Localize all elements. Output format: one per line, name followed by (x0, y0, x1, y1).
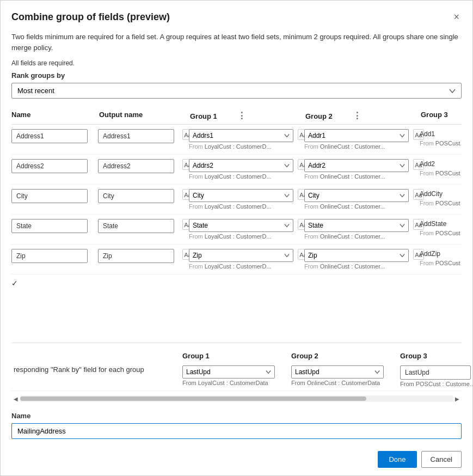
row0-group1-select[interactable]: Addrs1 (189, 129, 293, 142)
row4-name-cell (11, 249, 96, 263)
col-group3: Group 3 (417, 111, 462, 121)
row1-group1-select[interactable]: Addrs2 (189, 159, 293, 172)
row0-group3-val: Add1 (420, 130, 462, 138)
row4-group3-from: From POSCust : Custo (420, 260, 462, 266)
row1-icon1: Aa (180, 159, 187, 170)
row4-output-cell (96, 249, 180, 263)
scrollbar-thumb[interactable] (20, 396, 366, 401)
row2-output-cell (96, 189, 180, 203)
row3-name-cell (11, 219, 96, 233)
row3-group2-from: From OnlineCust : Customer... (304, 233, 402, 240)
row0-name-cell (11, 129, 96, 143)
checkmark-icon: ✓ (11, 279, 18, 288)
row3-group1-select[interactable]: State (189, 219, 293, 232)
table-row: Aa State From LoyalCust : CustomerD... (11, 215, 462, 245)
row2-group3-from: From POSCust : Custo (420, 200, 462, 206)
row1-icon3: Aa (411, 159, 417, 170)
fields-table: Name Output name Group 1 ⋮ Group 2 ⋮ Gro… (11, 107, 462, 337)
row3-icon1: Aa (180, 219, 187, 230)
scroll-left-button[interactable]: ◀ (11, 395, 20, 402)
row2-group1-cell: City From LoyalCust : CustomerD... (187, 189, 296, 210)
row1-icon2: Aa (296, 159, 302, 170)
col-icon-spacer (180, 111, 187, 121)
row2-group2-select[interactable]: City (304, 189, 409, 202)
table-row: Aa Addrs1 From LoyalCust : CustomerD... (11, 125, 462, 155)
name-field-label: Name (11, 412, 462, 420)
row3-group3-val: AddState (420, 220, 462, 228)
row4-group2-from: From OnlineCust : Customer... (304, 263, 402, 270)
row4-group1-select[interactable]: Zip (189, 249, 293, 262)
table-row: Aa Zip From LoyalCust : CustomerD... (11, 245, 462, 274)
cancel-button[interactable]: Cancel (421, 451, 462, 468)
col-output-name: Output name (96, 111, 180, 121)
row1-output-input[interactable] (98, 159, 174, 173)
row2-icon3: Aa (411, 189, 417, 200)
done-button[interactable]: Done (378, 451, 416, 468)
row2-group2-from: From OnlineCust : Customer... (304, 203, 402, 210)
bottom-description: responding "Rank by" field for each grou… (14, 365, 144, 374)
row3-icon3: Aa (411, 219, 417, 230)
row2-group2-cell: City From OnlineCust : Customer... (302, 189, 411, 210)
row0-group1-cell: Addrs1 From LoyalCust : CustomerD... (187, 129, 296, 150)
bottom-group1-from: From LoyalCust : CustomerData (182, 380, 280, 386)
bottom-rank-section: Group 1 Group 2 Group 3 responding "Rank… (11, 343, 462, 391)
row3-name-input[interactable] (11, 219, 88, 233)
group2-more-icon[interactable]: ⋮ (351, 110, 364, 121)
row3-group2-select[interactable]: State (304, 219, 409, 232)
table-row: Aa Addrs2 From LoyalCust : CustomerD... (11, 155, 462, 185)
row2-icon2: Aa (296, 189, 302, 200)
row3-group3-cell: AddState From POSCust : Custo (417, 219, 462, 236)
bottom-group2-select[interactable]: LastUpd (291, 365, 384, 379)
bottom-group3-from: From POSCust : CustomerDat... (400, 381, 473, 387)
dialog-header: Combine group of fields (preview) × (1, 1, 472, 32)
row2-name-input[interactable] (11, 189, 88, 203)
dialog-title: Combine group of fields (preview) (11, 11, 170, 23)
row1-group3-val: Add2 (420, 160, 462, 168)
row4-group3-cell: AddZip From POSCust : Custo (417, 249, 462, 266)
group1-more-icon[interactable]: ⋮ (235, 110, 248, 121)
row4-icon1: Aa (180, 249, 187, 260)
bottom-group2-from: From OnlineCust : CustomerData (291, 380, 389, 386)
close-button[interactable]: × (451, 9, 462, 25)
row2-group1-from: From LoyalCust : CustomerD... (189, 203, 287, 210)
row4-name-input[interactable] (11, 249, 88, 263)
rank-select[interactable]: Most recent (11, 83, 462, 99)
bottom-group1-select[interactable]: LastUpd (182, 365, 275, 379)
row2-output-input[interactable] (98, 189, 174, 203)
row2-group3-cell: AddCity From POSCust : Custo (417, 189, 462, 206)
row4-group1-cell: Zip From LoyalCust : CustomerD... (187, 249, 296, 270)
name-field-input[interactable] (11, 423, 462, 439)
row2-group1-select[interactable]: City (189, 189, 293, 202)
row0-group3-cell: Add1 From POSCust : Custo (417, 129, 462, 147)
row3-group3-from: From POSCust : Custo (420, 230, 462, 236)
row0-name-input[interactable] (11, 129, 88, 143)
row4-group2-cell: Zip From OnlineCust : Customer... (302, 249, 411, 270)
table-rows: Aa Addrs1 From LoyalCust : CustomerD... (11, 125, 462, 274)
row3-icon2: Aa (296, 219, 302, 230)
row0-group3-from: From POSCust : Custo (420, 140, 462, 147)
row0-group1-from: From LoyalCust : CustomerD... (189, 143, 287, 150)
row3-group1-from: From LoyalCust : CustomerD... (189, 233, 287, 240)
row1-group3-cell: Add2 From POSCust : Custo (417, 159, 462, 176)
row2-name-cell (11, 189, 96, 203)
col-group2: Group 2 ⋮ (302, 111, 411, 121)
row4-output-input[interactable] (98, 249, 174, 263)
row4-group3-val: AddZip (420, 250, 462, 258)
bottom-group3-input[interactable] (400, 365, 471, 380)
row0-group2-select[interactable]: Addr1 (304, 129, 409, 142)
combine-group-dialog: Combine group of fields (preview) × Two … (0, 0, 473, 476)
row0-group2-from: From OnlineCust : Customer... (304, 143, 402, 150)
row0-output-input[interactable] (98, 129, 174, 143)
row1-group2-select[interactable]: Addr2 (304, 159, 409, 172)
dialog-body: Two fields minimum are required for a fi… (1, 32, 472, 439)
name-section: Name (11, 412, 462, 439)
row1-output-cell (96, 159, 180, 173)
row4-group1-from: From LoyalCust : CustomerD... (189, 263, 287, 270)
rank-label: Rank groups by (11, 71, 462, 80)
scrollbar-track[interactable] (20, 395, 453, 402)
row1-group2-cell: Addr2 From OnlineCust : Customer... (302, 159, 411, 180)
row1-name-input[interactable] (11, 159, 88, 173)
scroll-right-button[interactable]: ▶ (453, 395, 462, 402)
row4-group2-select[interactable]: Zip (304, 249, 409, 262)
row3-output-input[interactable] (98, 219, 174, 233)
